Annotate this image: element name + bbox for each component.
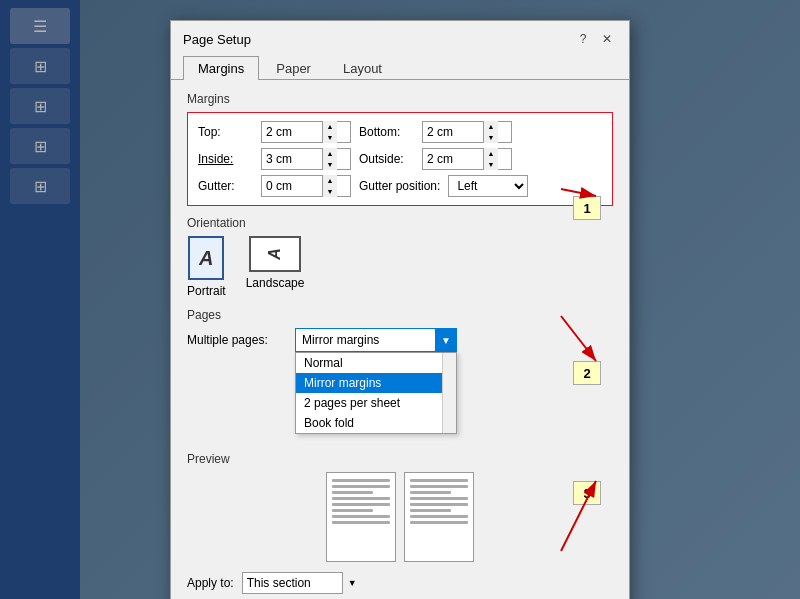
tab-layout[interactable]: Layout — [328, 56, 397, 80]
preview-line — [410, 491, 451, 494]
outside-label: Outside: — [359, 152, 414, 166]
preview-line — [410, 515, 468, 518]
inside-input[interactable] — [262, 149, 322, 169]
margin-row-top: Top: ▲ ▼ Bottom: ▲ ▼ — [198, 121, 602, 143]
outside-input[interactable] — [423, 149, 483, 169]
bottom-spin[interactable]: ▲ ▼ — [483, 121, 498, 143]
preview-area — [187, 472, 613, 562]
bottom-input-group[interactable]: ▲ ▼ — [422, 121, 512, 143]
top-spin-up[interactable]: ▲ — [323, 121, 337, 132]
apply-select-wrap[interactable]: This section Whole document ▼ — [242, 572, 362, 594]
preview-line — [332, 497, 390, 500]
dialog-title: Page Setup — [183, 32, 251, 47]
gutter-label: Gutter: — [198, 179, 253, 193]
preview-page-left — [326, 472, 396, 562]
preview-line — [410, 485, 468, 488]
inside-spin-down[interactable]: ▼ — [323, 159, 337, 170]
modal-overlay: Page Setup ? ✕ Margins Paper Layout Marg… — [0, 0, 800, 599]
gutter-position-label: Gutter position: — [359, 179, 440, 193]
preview-line — [332, 485, 390, 488]
preview-line — [332, 503, 390, 506]
pages-row: Multiple pages: Mirror margins ▼ Normal … — [187, 328, 613, 352]
inside-input-group[interactable]: ▲ ▼ — [261, 148, 351, 170]
annotation-1: 1 — [573, 196, 601, 220]
bottom-label: Bottom: — [359, 125, 414, 139]
gutter-spin-down[interactable]: ▼ — [323, 186, 337, 197]
margins-section: Top: ▲ ▼ Bottom: ▲ ▼ — [187, 112, 613, 206]
dropdown-mirror[interactable]: Mirror margins — [296, 373, 456, 393]
preview-line — [410, 503, 468, 506]
annotation-2: 2 — [573, 361, 601, 385]
title-bar-controls: ? ✕ — [573, 29, 617, 49]
gutter-input-group[interactable]: ▲ ▼ — [261, 175, 351, 197]
preview-line — [332, 509, 373, 512]
portrait-label: Portrait — [187, 284, 226, 298]
landscape-icon: A — [249, 236, 301, 272]
margin-row-inside: Inside: ▲ ▼ Outside: ▲ ▼ — [198, 148, 602, 170]
apply-label: Apply to: — [187, 576, 234, 590]
gutter-spin[interactable]: ▲ ▼ — [322, 175, 337, 197]
orientation-label: Orientation — [187, 216, 613, 230]
portrait-icon: A — [188, 236, 224, 280]
preview-section: Preview — [187, 452, 613, 562]
multiple-pages-dropdown: Normal Mirror margins 2 pages per sheet … — [295, 352, 457, 434]
top-spin[interactable]: ▲ ▼ — [322, 121, 337, 143]
outside-input-group[interactable]: ▲ ▼ — [422, 148, 512, 170]
help-button[interactable]: ? — [573, 29, 593, 49]
preview-line — [410, 497, 468, 500]
preview-line — [332, 491, 373, 494]
preview-line — [332, 479, 390, 482]
preview-label: Preview — [187, 452, 613, 466]
inside-label: Inside: — [198, 152, 253, 166]
pages-section: Pages Multiple pages: Mirror margins ▼ N… — [187, 308, 613, 352]
title-bar: Page Setup ? ✕ — [171, 21, 629, 49]
top-input-group[interactable]: ▲ ▼ — [261, 121, 351, 143]
top-spin-down[interactable]: ▼ — [323, 132, 337, 143]
dropdown-2pages[interactable]: 2 pages per sheet — [296, 393, 456, 413]
dialog-body: Margins Top: ▲ ▼ Bottom: — [171, 80, 629, 599]
multiple-pages-value: Mirror margins — [296, 333, 456, 347]
dropdown-bookfold[interactable]: Book fold — [296, 413, 456, 433]
gutter-spin-up[interactable]: ▲ — [323, 175, 337, 186]
page-setup-dialog: Page Setup ? ✕ Margins Paper Layout Marg… — [170, 20, 630, 599]
dropdown-normal[interactable]: Normal — [296, 353, 456, 373]
gutter-position-select[interactable]: Left Top — [448, 175, 528, 197]
bottom-spin-down[interactable]: ▼ — [484, 132, 498, 143]
portrait-option[interactable]: A Portrait — [187, 236, 226, 298]
top-label: Top: — [198, 125, 253, 139]
preview-line — [332, 515, 390, 518]
preview-line — [410, 509, 451, 512]
pages-section-label: Pages — [187, 308, 613, 322]
tab-margins[interactable]: Margins — [183, 56, 259, 80]
landscape-label: Landscape — [246, 276, 305, 290]
landscape-option[interactable]: A Landscape — [246, 236, 305, 298]
bottom-spin-up[interactable]: ▲ — [484, 121, 498, 132]
inside-spin[interactable]: ▲ ▼ — [322, 148, 337, 170]
margins-section-label: Margins — [187, 92, 613, 106]
orientation-options: A Portrait A Landscape — [187, 236, 613, 298]
gutter-row: Gutter: ▲ ▼ Gutter position: Left — [198, 175, 602, 197]
multiple-pages-label: Multiple pages: — [187, 333, 287, 347]
dropdown-scrollbar[interactable] — [442, 353, 456, 433]
preview-page-right — [404, 472, 474, 562]
outside-spin-up[interactable]: ▲ — [484, 148, 498, 159]
apply-section: Apply to: This section Whole document ▼ — [187, 572, 613, 594]
close-button[interactable]: ✕ — [597, 29, 617, 49]
orientation-section: Orientation A Portrait A Landscape — [187, 216, 613, 298]
annotation-3: 3 — [573, 481, 601, 505]
preview-line — [410, 479, 468, 482]
preview-line — [410, 521, 468, 524]
multiple-pages-select-group[interactable]: Mirror margins ▼ Normal Mirror margins 2… — [295, 328, 457, 352]
outside-spin[interactable]: ▲ ▼ — [483, 148, 498, 170]
top-input[interactable] — [262, 122, 322, 142]
bottom-input[interactable] — [423, 122, 483, 142]
apply-select[interactable]: This section Whole document — [242, 572, 362, 594]
preview-line — [332, 521, 390, 524]
inside-spin-up[interactable]: ▲ — [323, 148, 337, 159]
gutter-position-group: Gutter position: Left Top — [359, 175, 602, 197]
tab-bar: Margins Paper Layout — [171, 55, 629, 80]
outside-spin-down[interactable]: ▼ — [484, 159, 498, 170]
gutter-input[interactable] — [262, 176, 322, 196]
tab-paper[interactable]: Paper — [261, 56, 326, 80]
